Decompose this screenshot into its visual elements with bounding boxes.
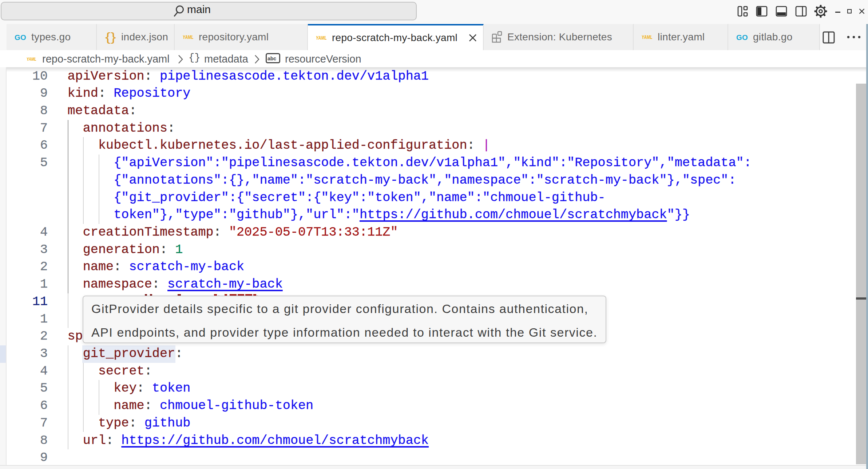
svg-text:YAML: YAML <box>27 57 36 61</box>
svg-text:{}: {} <box>105 31 116 44</box>
svg-text:GO: GO <box>15 33 26 41</box>
svg-text:abc: abc <box>267 56 276 61</box>
svg-text:GO: GO <box>736 33 748 41</box>
svg-text:YAML: YAML <box>183 35 194 40</box>
svg-text:YAML: YAML <box>642 35 653 40</box>
svg-text:YAML: YAML <box>316 35 327 40</box>
